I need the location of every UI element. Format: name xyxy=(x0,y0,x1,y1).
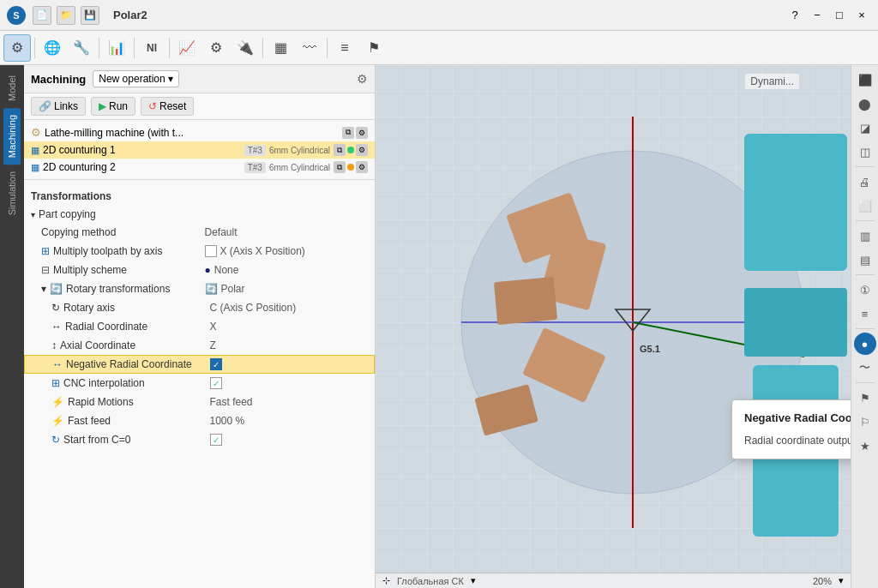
app-logo: S xyxy=(7,6,26,25)
counturing2-icons: ⧉ ⚙ xyxy=(334,161,368,173)
settings-icon[interactable]: ⚙ xyxy=(356,127,368,139)
save-file-icon[interactable]: 💾 xyxy=(81,6,99,25)
open-file-icon[interactable]: 📁 xyxy=(57,6,75,25)
window-controls: ? − □ × xyxy=(785,6,871,25)
cylinder2-button[interactable]: ▤ xyxy=(854,249,876,271)
print-button[interactable]: 🖨 xyxy=(854,171,876,193)
right-sep-2 xyxy=(856,220,875,221)
settings1-icon[interactable]: ⚙ xyxy=(356,144,368,156)
simulation-tab[interactable]: Simulation xyxy=(3,165,21,222)
toolbar-plug-btn[interactable]: 🔌 xyxy=(232,34,259,62)
sphere-view-button[interactable]: ⬤ xyxy=(854,93,876,115)
svg-rect-9 xyxy=(744,134,847,271)
surface2-button[interactable]: ◫ xyxy=(854,141,876,163)
multiply-toolpath-checkbox[interactable] xyxy=(205,245,217,257)
toolbar-gears-btn[interactable]: ⚙ xyxy=(202,34,230,62)
rotary-transformations-header[interactable]: ▾ 🔄 Rotary transformations 🔄 Polar xyxy=(24,279,375,298)
maximize-button[interactable]: □ xyxy=(830,6,849,25)
negative-radial-checkbox[interactable] xyxy=(210,358,222,370)
transformations-panel: Transformations ▾ Part copying Copying m… xyxy=(24,180,375,588)
toolbar-grid-btn[interactable]: ▦ xyxy=(267,34,294,62)
star-button[interactable]: ★ xyxy=(854,435,876,457)
cube-view-button[interactable]: ⬛ xyxy=(854,69,876,91)
frame-button[interactable]: ⬜ xyxy=(854,195,876,217)
toolbar-separator-4 xyxy=(169,38,170,58)
multiply-toolpath-label: Multiply toolpath by axis xyxy=(53,245,162,257)
counturing2-badge: T#3 xyxy=(244,162,266,173)
viewport-statusbar: ⊹ Глобальная СК ▾ 20% ▾ xyxy=(376,573,851,588)
model-tab[interactable]: Model xyxy=(3,69,21,108)
part-copying-header[interactable]: ▾ Part copying xyxy=(24,206,375,223)
3d-viewport[interactable]: G5.1 Dynami... Negative Radial Coordinat… xyxy=(376,65,851,588)
toolbar-bar-btn[interactable]: 📈 xyxy=(173,34,201,62)
dropdown-arrow-icon: ▾ xyxy=(168,73,173,85)
negative-radial-label: Negative Radial Coordinate xyxy=(66,358,192,370)
dot-active-button[interactable]: ● xyxy=(854,333,876,355)
machining-title: Machining xyxy=(31,73,86,86)
cnc-icon: ⊞ xyxy=(51,377,60,389)
settings2-icon[interactable]: ⚙ xyxy=(356,161,368,173)
lock2-icon[interactable]: ⧉ xyxy=(334,161,346,173)
cylinder1-button[interactable]: ▥ xyxy=(854,225,876,247)
right-sep-5 xyxy=(856,382,875,383)
number-button[interactable]: ① xyxy=(854,279,876,301)
new-file-icon[interactable]: 📄 xyxy=(33,6,51,25)
wave-button[interactable]: 〜 xyxy=(854,357,876,379)
toolbar-globe-btn[interactable]: 🌐 xyxy=(39,34,66,62)
counturing1-label: 2D counturing 1 xyxy=(43,144,241,156)
run-icon: ▶ xyxy=(99,100,106,112)
cnc-interpolation-label: CNC interpolation xyxy=(63,377,145,389)
machining-tab[interactable]: Machining xyxy=(3,108,21,165)
copy-icon[interactable]: ⧉ xyxy=(342,127,354,139)
viewport-label: Dynami... xyxy=(745,74,799,89)
rapid-motions-value: Fast feed xyxy=(210,396,253,408)
new-operation-button[interactable]: New operation ▾ xyxy=(93,70,178,87)
counturing2-icon: ▦ xyxy=(31,162,39,173)
reset-icon: ↺ xyxy=(148,100,157,112)
axial-coordinate-value: Z xyxy=(210,339,216,351)
links-button[interactable]: 🔗 Links xyxy=(31,97,86,116)
rotary-collapse-icon: ▾ xyxy=(41,283,46,295)
flag-outline-button[interactable]: ⚐ xyxy=(854,411,876,433)
toolbar-chart-btn[interactable]: 📊 xyxy=(103,34,130,62)
tree-item-counturing1[interactable]: ▦ 2D counturing 1 T#3 6mm Cylindrical ⧉ … xyxy=(24,141,375,159)
flag-solid-button[interactable]: ⚑ xyxy=(854,387,876,409)
toolbar-flag-btn[interactable]: ⚑ xyxy=(360,34,388,62)
scheme-icon: ⊟ xyxy=(41,264,50,276)
negative-radial-row[interactable]: ↔ Negative Radial Coordinate xyxy=(24,355,375,374)
toolbar-separator-2 xyxy=(99,38,99,58)
machining-settings-icon[interactable]: ⚙ xyxy=(357,72,368,86)
run-button[interactable]: ▶ Run xyxy=(91,97,135,116)
tooltip-header: Negative Radial Coordinate × xyxy=(744,411,851,424)
rotary-axis-icon: ↻ xyxy=(51,302,60,314)
neg-radial-icon: ↔ xyxy=(52,358,63,370)
rotary-icon: 🔄 xyxy=(50,283,63,295)
close-button[interactable]: × xyxy=(852,6,871,25)
tree-item-lathe[interactable]: ⚙ Lathe-milling machine (with t... ⧉ ⚙ xyxy=(24,123,375,141)
rapid-motions-row: ⚡ Rapid Motions Fast feed xyxy=(24,393,375,411)
toolbar-wrench-btn[interactable]: 🔧 xyxy=(68,34,95,62)
operation-buttons: 🔗 Links ▶ Run ↺ Reset xyxy=(24,93,375,120)
polar-icon: 🔄 xyxy=(205,283,218,295)
links-icon: 🔗 xyxy=(39,100,51,112)
reset-button[interactable]: ↺ Reset xyxy=(141,97,194,116)
surface1-button[interactable]: ◪ xyxy=(854,117,876,139)
start-from-c0-checkbox[interactable] xyxy=(210,434,222,446)
help-button[interactable]: ? xyxy=(785,6,804,25)
coord-dropdown[interactable]: ▾ xyxy=(471,575,476,586)
cnc-interpolation-checkbox[interactable] xyxy=(210,377,222,389)
transformations-title: Transformations xyxy=(24,187,375,206)
layers-button[interactable]: ≡ xyxy=(854,303,876,325)
minimize-button[interactable]: − xyxy=(808,6,827,25)
toolbar-layers-btn[interactable]: ≡ xyxy=(331,34,358,62)
tooltip-content: Radial coordinate outputs with NEGATIVE … xyxy=(744,433,851,448)
tree-item-counturing2[interactable]: ▦ 2D counturing 2 T#3 6mm Cylindrical ⧉ … xyxy=(24,159,375,176)
toolbar-ni-btn[interactable]: NI xyxy=(138,34,165,62)
lock1-icon[interactable]: ⧉ xyxy=(334,144,346,156)
toolbar-settings-btn[interactable]: ⚙ xyxy=(3,34,31,62)
toolbar-wave-btn[interactable]: 〰 xyxy=(296,34,323,62)
rapid-icon: ⚡ xyxy=(51,396,64,408)
main-toolbar: ⚙ 🌐 🔧 📊 NI 📈 ⚙ 🔌 ▦ 〰 ≡ ⚑ xyxy=(0,31,878,65)
zoom-dropdown[interactable]: ▾ xyxy=(839,575,844,586)
grid-icon: ⊞ xyxy=(41,245,50,257)
